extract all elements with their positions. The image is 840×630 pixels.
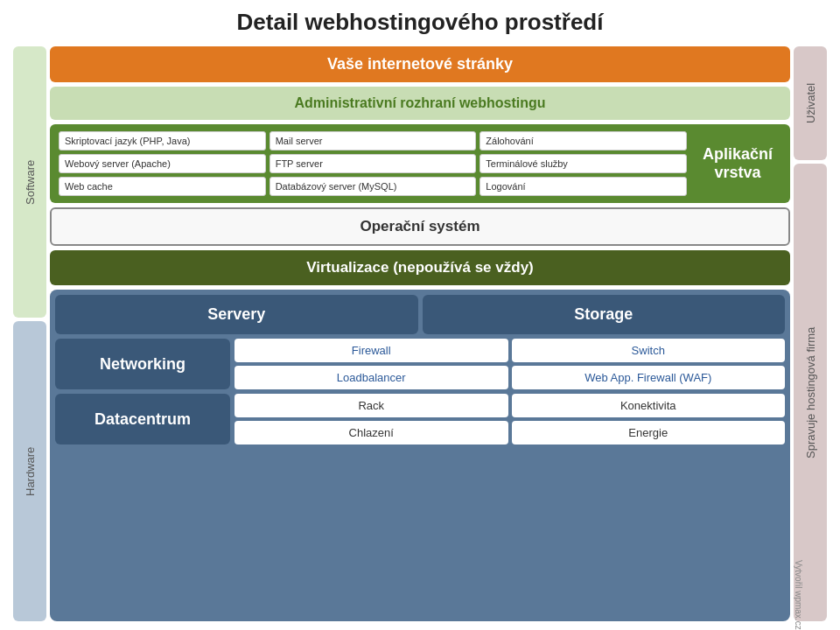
- left-sidebar: Software Hardware: [13, 46, 46, 621]
- app-cell-0: Skriptovací jazyk (PHP, Java): [59, 131, 266, 150]
- dc-item-2: Chlazení: [234, 421, 508, 444]
- watermark: Vytvořil wpmax.cz: [794, 560, 803, 630]
- app-layer-grid: Skriptovací jazyk (PHP, Java) Mail serve…: [59, 131, 687, 196]
- hw-row-top: Servery Storage: [55, 295, 785, 334]
- dc-item-3: Energie: [512, 421, 786, 444]
- networking-item-3: Web App. Firewall (WAF): [512, 366, 786, 389]
- servery-box: Servery: [55, 295, 418, 334]
- app-cell-4: FTP server: [270, 154, 477, 173]
- app-layer-bar: Skriptovací jazyk (PHP, Java) Mail serve…: [50, 124, 790, 203]
- dc-item-1: Konektivita: [512, 394, 786, 417]
- app-cell-3: Webový server (Apache): [59, 154, 266, 173]
- app-cell-8: Logování: [480, 177, 687, 196]
- networking-label: Networking: [55, 339, 230, 389]
- virtualizace-bar: Virtualizace (nepoužívá se vždy): [50, 250, 790, 285]
- os-bar: Operační systém: [50, 207, 790, 246]
- page-title: Detail webhostingového prostředí: [237, 9, 604, 36]
- app-cell-6: Web cache: [59, 177, 266, 196]
- hardware-section: Servery Storage Networking Firewall Swit…: [50, 290, 790, 621]
- app-cell-5: Terminálové služby: [480, 154, 687, 173]
- app-cell-2: Zálohování: [480, 131, 687, 150]
- sidebar-uzivatel-label: Uživatel: [794, 46, 827, 160]
- sidebar-software-label: Software: [13, 46, 46, 318]
- hw-row-networking: Networking Firewall Switch Loadbalancer …: [55, 339, 785, 389]
- outer-layout: Software Hardware Vaše internetové strán…: [13, 46, 827, 621]
- dc-grid: Rack Konektivita Chlazení Energie: [234, 394, 785, 444]
- networking-item-2: Loadbalancer: [234, 366, 508, 389]
- networking-item-1: Switch: [512, 339, 786, 362]
- networking-item-0: Firewall: [234, 339, 508, 362]
- orange-bar: Vaše internetové stránky: [50, 46, 790, 82]
- sidebar-hardware-label: Hardware: [13, 321, 46, 621]
- app-layer-title: Aplikačnívrstva: [694, 131, 781, 196]
- storage-box: Storage: [423, 295, 786, 334]
- app-cell-1: Mail server: [270, 131, 477, 150]
- center-content: Vaše internetové stránky Administrativní…: [50, 46, 790, 621]
- sidebar-spravuje-label: Spravuje hostingová firma: [794, 164, 827, 621]
- networking-grid: Firewall Switch Loadbalancer Web App. Fi…: [234, 339, 785, 389]
- hw-row-dc: Datacentrum Rack Konektivita Chlazení En…: [55, 394, 785, 444]
- right-sidebar: Uživatel Spravuje hostingová firma: [794, 46, 827, 621]
- main-container: Detail webhostingového prostředí Softwar…: [0, 0, 840, 630]
- app-cell-7: Databázový server (MySQL): [270, 177, 477, 196]
- admin-bar: Administrativní rozhraní webhostingu: [50, 87, 790, 120]
- dc-item-0: Rack: [234, 394, 508, 417]
- dc-label: Datacentrum: [55, 394, 230, 444]
